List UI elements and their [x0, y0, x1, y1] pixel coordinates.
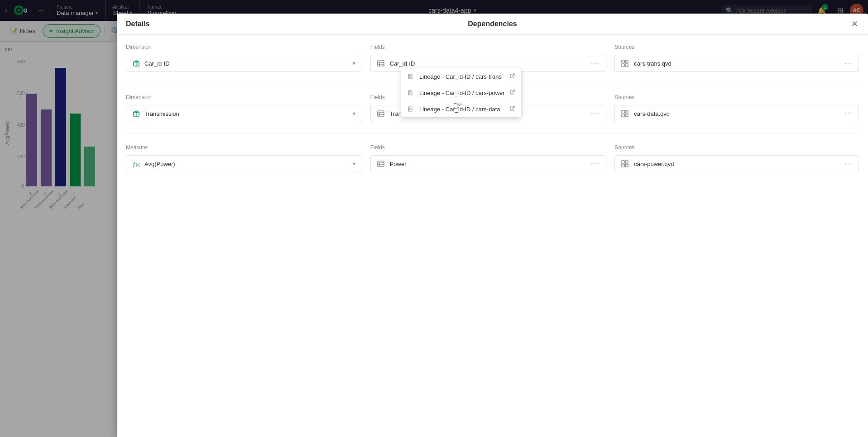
field-value-1: Car_id-ID — [390, 60, 586, 67]
cube-icon — [132, 59, 141, 68]
svg-rect-26 — [378, 61, 384, 66]
source-row-2: cars-data.qvd ··· — [614, 105, 859, 122]
svg-rect-40 — [622, 110, 624, 113]
source-icon-3 — [620, 159, 629, 168]
dimension-col-1: Dimension Car_id-ID ▾ — [126, 44, 370, 72]
field-more-button-2[interactable]: ··· — [591, 109, 599, 118]
dimension-chevron-icon-2: ▾ — [353, 110, 355, 117]
svg-rect-33 — [625, 64, 628, 66]
lineage-text-3: Lineage - Car_id-ID / cars-data — [419, 106, 505, 113]
lineage-item-3[interactable]: Lineage - Car_id-ID / cars-data — [401, 101, 521, 117]
lineage-link-icon-2 — [408, 89, 415, 96]
field-row-3: Power ··· — [370, 155, 606, 172]
fields-label-3: Fields — [370, 144, 606, 151]
svg-rect-53 — [625, 164, 628, 167]
svg-rect-50 — [622, 161, 624, 163]
sources-col-1: Sources cars-trans.qvd ··· — [614, 44, 859, 72]
field-icon-3 — [376, 159, 385, 168]
lineage-external-icon-1 — [509, 73, 515, 80]
field-value-3: Power — [390, 161, 586, 167]
measure-chevron-icon-3: ▾ — [353, 161, 355, 167]
sources-col-2: Sources cars-data.qvd ··· — [614, 94, 859, 122]
source-icon-1 — [620, 59, 629, 68]
modal-header: Details Dependencies ✕ — [117, 14, 868, 35]
source-value-1: cars-trans.qvd — [634, 60, 839, 67]
measure-label-3: Measure — [126, 144, 361, 151]
modal-details-title: Details — [126, 20, 149, 28]
svg-rect-32 — [622, 64, 624, 66]
measure-col-3: Measure f (x) Avg(Power) ▾ — [126, 144, 370, 172]
sources-label-3: Sources — [614, 144, 859, 151]
sources-col-3: Sources cars-power.qvd ··· — [614, 144, 859, 172]
sources-label-1: Sources — [614, 44, 859, 50]
dimension-label-2: Dimension — [126, 94, 361, 100]
field-icon-2 — [376, 109, 385, 118]
dimension-dropdown-1[interactable]: Car_id-ID ▾ — [126, 55, 361, 72]
modal-dependencies-title: Dependencies — [468, 20, 517, 28]
dimension-dropdown-2[interactable]: Transmission ▾ — [126, 105, 361, 122]
svg-line-63 — [512, 90, 514, 93]
dimension-col-2: Dimension Transmission ▾ — [126, 94, 370, 122]
fields-label-1: Fields — [370, 44, 606, 50]
svg-rect-42 — [622, 114, 624, 117]
lineage-text-2: Lineage - Car_id-ID / cars-power — [419, 90, 505, 96]
lineage-item-2[interactable]: Lineage - Car_id-ID / cars-power — [401, 85, 521, 101]
svg-rect-30 — [622, 60, 624, 63]
source-icon-2 — [620, 109, 629, 118]
function-icon: f (x) — [132, 159, 141, 168]
dimension-value-1: Car_id-ID — [144, 60, 349, 67]
lineage-external-icon-2 — [509, 90, 515, 96]
source-more-button-3[interactable]: ··· — [844, 160, 853, 168]
source-row-3: cars-power.qvd ··· — [614, 155, 859, 172]
source-value-2: cars-data.qvd — [634, 110, 839, 117]
svg-rect-31 — [625, 60, 628, 63]
source-more-button-1[interactable]: ··· — [844, 59, 853, 67]
svg-rect-52 — [622, 164, 624, 167]
fields-col-3: Fields Power ··· — [370, 144, 615, 172]
lineage-dropdown-menu: Lineage - Car_id-ID / cars-trans Lineage… — [401, 68, 522, 118]
dimension-chevron-icon-1: ▾ — [353, 60, 355, 66]
measure-value-3: Avg(Power) — [144, 161, 349, 167]
svg-line-58 — [512, 74, 514, 76]
lineage-link-icon-1 — [408, 73, 415, 80]
lineage-external-icon-3 — [509, 106, 515, 113]
source-more-button-2[interactable]: ··· — [844, 109, 853, 118]
svg-rect-46 — [378, 161, 384, 166]
measure-dropdown-3[interactable]: f (x) Avg(Power) ▾ — [126, 155, 361, 172]
cube-icon-2 — [132, 109, 141, 118]
svg-text:(x): (x) — [136, 162, 140, 167]
svg-rect-41 — [625, 110, 628, 113]
lineage-text-1: Lineage - Car_id-ID / cars-trans — [419, 73, 505, 80]
dimension-label-1: Dimension — [126, 44, 361, 50]
sources-label-2: Sources — [614, 94, 859, 100]
source-row-1: cars-trans.qvd ··· — [614, 55, 859, 72]
field-more-button-3[interactable]: ··· — [591, 160, 599, 168]
dimension-value-2: Transmission — [144, 110, 349, 117]
svg-rect-51 — [625, 161, 628, 163]
source-value-3: cars-power.qvd — [634, 161, 839, 167]
field-icon-1 — [376, 59, 385, 68]
svg-rect-36 — [378, 111, 384, 116]
svg-line-68 — [512, 106, 514, 109]
modal-close-button[interactable]: ✕ — [848, 18, 861, 30]
field-more-button-1[interactable]: ··· — [591, 59, 599, 67]
lineage-link-icon-3 — [408, 105, 415, 113]
dependency-row-3: Measure f (x) Avg(Power) ▾ Fields — [126, 144, 859, 183]
lineage-item-1[interactable]: Lineage - Car_id-ID / cars-trans — [401, 68, 521, 85]
svg-rect-43 — [625, 114, 628, 117]
